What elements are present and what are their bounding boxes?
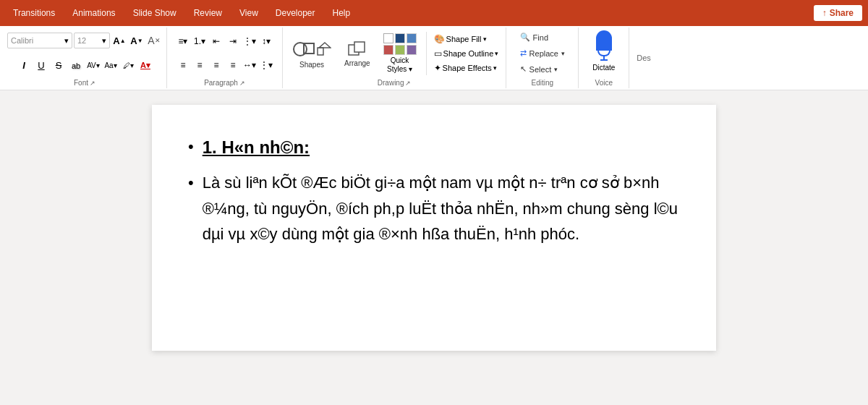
menu-review[interactable]: Review <box>187 5 229 21</box>
font-group-label: Font <box>74 79 88 87</box>
menu-slideshow[interactable]: Slide Show <box>126 5 184 21</box>
shape-effects-icon: ✦ <box>434 63 441 73</box>
font-shrink-button[interactable]: A▼ <box>129 33 145 48</box>
dictate-button[interactable]: Dictate <box>586 29 621 72</box>
paragraph-group: ≡▾ 1.▾ ⇤ ⇥ ⋮▾ ↕▾ ≡ ≡ ≡ ≡ ↔▾ ⋮▾ Paragraph… <box>167 27 283 88</box>
voice-group-label: Voice <box>595 79 613 87</box>
slide-content[interactable]: • 1. H«n nh©n: • Là sù liªn kÕt ®Æc biÖt… <box>152 105 716 351</box>
ribbon: Calibri ▾ 12 ▾ A▲ A▼ A✕ I U S ab AV▾ Aa▾… <box>0 26 868 90</box>
replace-button[interactable]: ⇄ Replace ▾ <box>515 46 570 61</box>
slide-area: • 1. H«n nh©n: • Là sù liªn kÕt ®Æc biÖt… <box>0 90 868 365</box>
strikethrough-button[interactable]: S <box>51 58 67 74</box>
font-expand-icon[interactable]: ↗ <box>90 80 95 87</box>
kerning-button[interactable]: AV▾ <box>85 58 101 74</box>
bullet-2: • <box>188 170 194 195</box>
direction-button[interactable]: ↔▾ <box>242 57 258 73</box>
menu-help[interactable]: Help <box>326 5 358 21</box>
paragraph-group-label: Paragraph <box>204 79 238 87</box>
highlight-button[interactable]: 🖊▾ <box>120 58 136 74</box>
shape-effects-arrow: ▾ <box>493 64 497 72</box>
slide-body: Là sù liªn kÕt ®Æc biÖt gi÷a một nam vµ … <box>203 170 680 247</box>
svg-marker-3 <box>319 43 331 48</box>
body-item: • Là sù liªn kÕt ®Æc biÖt gi÷a một nam v… <box>188 170 680 247</box>
shape-effects-button[interactable]: ✦ Shape Effects ▾ <box>431 61 502 74</box>
justify-button[interactable]: ≡ <box>225 57 241 73</box>
drawing-divider <box>426 32 427 75</box>
numbering-button[interactable]: 1.▾ <box>192 33 208 49</box>
menu-view[interactable]: View <box>232 5 265 21</box>
slide-heading: 1. H«n nh©n: <box>203 134 310 161</box>
font-group: Calibri ▾ 12 ▾ A▲ A▼ A✕ I U S ab AV▾ Aa▾… <box>3 27 167 88</box>
shape-outline-arrow: ▾ <box>495 50 498 57</box>
find-button[interactable]: 🔍 Find <box>515 30 570 45</box>
menu-animations[interactable]: Animations <box>65 5 122 21</box>
drawing-group: Shapes Arrange <box>283 27 506 88</box>
increase-indent-button[interactable]: ⇥ <box>225 33 241 49</box>
editing-group: 🔍 Find ⇄ Replace ▾ ↖ Select ▾ Editing <box>506 27 579 88</box>
replace-icon: ⇄ <box>520 48 527 58</box>
quick-styles-button[interactable]: QuickStyles ▾ <box>378 32 422 75</box>
editing-buttons: 🔍 Find ⇄ Replace ▾ ↖ Select ▾ <box>515 29 570 77</box>
shape-fill-arrow: ▾ <box>483 35 487 43</box>
shadow-button[interactable]: ab <box>68 58 84 74</box>
menu-bar: Transitions Animations Slide Show Review… <box>0 0 868 26</box>
svg-rect-2 <box>318 48 323 55</box>
share-icon: ↑ <box>822 8 827 18</box>
decrease-indent-button[interactable]: ⇤ <box>208 33 224 49</box>
shape-fill-icon: 🎨 <box>434 34 445 44</box>
align-right-button[interactable]: ≡ <box>208 57 224 73</box>
menu-transitions[interactable]: Transitions <box>6 5 62 21</box>
font-grow-button[interactable]: A▲ <box>111 33 127 48</box>
font-color-button[interactable]: A▾ <box>137 58 153 74</box>
shape-fill-button[interactable]: 🎨 Shape Fill ▾ <box>431 33 502 46</box>
bullet-1: • <box>188 134 194 159</box>
shape-outline-button[interactable]: ▭ Shape Outline ▾ <box>431 47 502 60</box>
share-button[interactable]: ↑ Share <box>814 5 862 21</box>
bullets-button[interactable]: ≡▾ <box>175 33 191 49</box>
heading-item: • 1. H«n nh©n: <box>188 134 680 161</box>
shapes-more-icon <box>317 42 331 56</box>
shapes-icon <box>292 38 315 61</box>
shapes-button[interactable]: Shapes <box>287 32 336 75</box>
voice-group: Dictate Voice <box>579 27 629 88</box>
case-button[interactable]: Aa▾ <box>103 58 119 74</box>
underline-button[interactable]: U <box>33 58 49 74</box>
find-icon: 🔍 <box>520 33 530 42</box>
clear-format-button[interactable]: A✕ <box>146 33 162 48</box>
drawing-group-label: Drawing <box>378 79 404 87</box>
arrange-button[interactable]: Arrange <box>339 32 375 75</box>
align-center-button[interactable]: ≡ <box>192 57 208 73</box>
columns-button[interactable]: ⋮▾ <box>242 33 258 49</box>
font-size-selector[interactable]: 12 ▾ <box>74 33 110 48</box>
menu-developer[interactable]: Developer <box>268 5 323 21</box>
font-name-selector[interactable]: Calibri ▾ <box>7 33 72 48</box>
align-left-button[interactable]: ≡ <box>175 57 191 73</box>
paragraph-expand-icon[interactable]: ↗ <box>239 80 245 87</box>
svg-rect-5 <box>354 42 365 52</box>
shape-outline-icon: ▭ <box>434 48 442 59</box>
line-spacing-button[interactable]: ↕▾ <box>258 33 274 49</box>
italic-button[interactable]: I <box>16 58 32 74</box>
more-para-button[interactable]: ⋮▾ <box>258 57 274 73</box>
select-button[interactable]: ↖ Select ▾ <box>515 62 570 77</box>
arrange-icon <box>347 39 367 59</box>
shape-props-group: 🎨 Shape Fill ▾ ▭ Shape Outline ▾ ✦ Shape… <box>431 33 502 74</box>
select-icon: ↖ <box>520 64 527 74</box>
editing-group-label: Editing <box>532 79 554 87</box>
design-group: Des <box>629 27 658 88</box>
drawing-expand-icon[interactable]: ↗ <box>405 80 411 87</box>
